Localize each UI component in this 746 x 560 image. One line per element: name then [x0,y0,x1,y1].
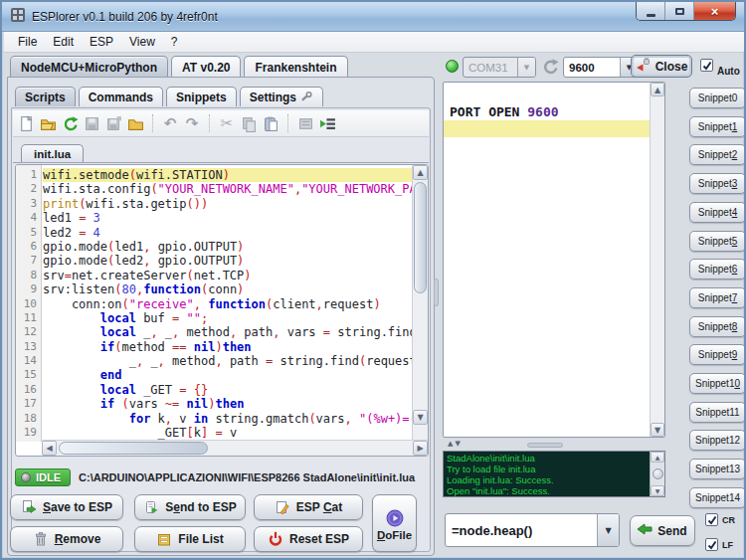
open-file-button[interactable] [37,112,59,134]
scroll-up-button[interactable]: ▲ [651,83,664,96]
menu-esp[interactable]: ESP [82,33,121,51]
serial-terminal[interactable]: PORT OPEN 9600 ▲ ▼ [443,82,665,438]
dofile-icon [386,509,404,527]
scroll-down-button[interactable]: ▼ [413,410,428,425]
tab-snippets[interactable]: Snippets [166,87,237,106]
panel-splitter[interactable] [434,279,439,306]
esp-cat-button[interactable]: ESP Cat [254,494,363,520]
command-input[interactable] [446,523,597,538]
open-folder-button[interactable] [124,112,146,134]
code-line: gpio.mode(led1, gpio.OUTPUT) [43,240,414,254]
menu-file[interactable]: File [10,33,45,51]
scroll-right-button[interactable]: ▶ [413,441,428,456]
tab-at-v0-20[interactable]: AT v0.20 [171,56,241,78]
code-line: wifi.sta.config("YOUR_NETWORK_NAME","YOU… [43,182,414,196]
scroll-thumb[interactable] [653,468,663,479]
menu-edit[interactable]: Edit [45,33,82,51]
tab-scripts[interactable]: Scripts [15,87,76,106]
close-window-button[interactable]: × [694,2,735,21]
reload-icon [62,115,79,132]
chevron-down-icon[interactable]: ▼ [597,514,619,546]
toolbar-separator [152,114,153,132]
editor-horizontal-scrollbar[interactable]: ◀ ▶ [42,440,428,456]
menu-bar: FileEditESPView? [4,32,746,53]
disconnect-plug-icon [636,57,652,76]
title-bar[interactable]: ESPlorer v0.1 build 206 by 4refr0nt [2,2,746,32]
tab-frankenshtein[interactable]: Frankenshtein [244,56,347,78]
log-splitter-arrows[interactable]: ▲▼ [448,440,463,448]
activity-log[interactable]: StadAlone\init\init.luaTry to load file … [443,451,665,497]
snippet-button-4[interactable]: Snippet4 [689,202,746,223]
snippet-button-8[interactable]: Snippet8 [689,316,746,337]
scroll-down-button[interactable]: ▼ [651,423,664,437]
snippet-button-13[interactable]: Snippet13 [689,459,746,479]
snippet-button-5[interactable]: Snippet5 [689,231,746,252]
paste-button[interactable] [260,112,281,134]
editor-tab-init-lua[interactable]: init.lua [21,144,84,162]
cr-checkbox[interactable] [705,513,718,526]
remove-button[interactable]: Remove [10,526,123,552]
com-port-select[interactable]: COM31 ▼ [463,57,536,78]
code-area[interactable]: wifi.setmode(wifi.STATION)wifi.sta.confi… [43,165,414,442]
line-number: 4 [16,211,41,225]
menu-view[interactable]: View [121,33,163,51]
close-port-button[interactable]: Close [631,55,692,78]
menu-help[interactable]: ? [163,33,186,51]
button-label: Reset ESP [289,532,349,546]
reset-esp-button[interactable]: Reset ESP [254,526,363,552]
reload-button[interactable] [59,112,81,134]
close-port-label: Close [655,60,688,74]
log-splitter-grip[interactable] [527,443,563,448]
autoscroll-checkbox[interactable] [700,59,713,72]
snippet-button-7[interactable]: Snippet7 [689,287,746,308]
minimize-icon [647,14,655,17]
line-number: 17 [16,397,41,411]
scroll-up-button[interactable]: ▲ [413,165,428,180]
editor-tab-strip: init.lua [13,139,429,163]
tab-nodemcu-micropython[interactable]: NodeMCU+MicroPython [10,56,168,78]
insert-snippet-button[interactable] [316,112,338,134]
snippet-button-10[interactable]: Snippet10 [689,373,746,394]
scroll-left-button[interactable]: ◀ [42,441,57,456]
current-file-path: C:\ARDUINO\APPLICAZIONI\WIFI\ESP8266 Sta… [79,471,415,483]
snippet-button-6[interactable]: Snippet6 [689,259,746,280]
send-to-esp-button[interactable]: Send to ESP [134,494,246,520]
snippet-button-11[interactable]: Snippet11 [689,402,746,423]
snippet-button-9[interactable]: Snippet9 [689,344,746,365]
scroll-thumb[interactable] [59,442,208,455]
lf-checkbox[interactable] [705,538,718,551]
code-editor[interactable]: 12345678910111213141516171819 wifi.setmo… [15,164,429,457]
scroll-thumb[interactable] [414,182,427,293]
send-button[interactable]: Send [630,515,695,546]
baud-rate-value: 9600 [564,62,620,74]
snippet-button-14[interactable]: Snippet14 [689,487,746,508]
app-icon [10,7,26,27]
tab-commands[interactable]: Commands [79,87,163,106]
esplorer-window: ESPlorer v0.1 build 206 by 4refr0nt × Fi… [0,0,746,560]
new-file-button[interactable] [15,112,37,134]
snippet-button-12[interactable]: Snippet12 [689,430,746,451]
editor-vertical-scrollbar[interactable]: ▲ ▼ [412,165,428,442]
dofile-button[interactable]: DoFile [372,494,417,552]
line-number: 13 [16,340,41,354]
redo-button: ↷ [181,112,203,134]
refresh-ports-button[interactable] [539,56,561,78]
terminal-scrollbar[interactable]: ▲ ▼ [650,83,664,437]
minimize-button[interactable] [637,2,665,21]
line-number: 16 [16,383,41,397]
scroll-up-button[interactable]: ▲ [651,452,664,463]
save-to-esp-button[interactable]: Save to ESP [10,494,123,520]
file-list-button[interactable]: File List [134,526,246,552]
snippet-button-0[interactable]: Snippet0 [689,88,746,108]
scroll-down-button[interactable]: ▼ [651,485,664,496]
tab-settings[interactable]: Settings [240,87,323,106]
snippet-button-2[interactable]: Snippet2 [689,144,746,165]
log-scrollbar[interactable]: ▲ ▼ [650,452,664,496]
snippet-button-3[interactable]: Snippet3 [689,173,746,194]
log-line: Try to load file init.lua [447,464,650,474]
window-controls: × [636,2,736,21]
maximize-button[interactable] [665,2,694,21]
terminal-line: PORT OPEN 9600 [450,103,650,120]
snippet-button-1[interactable]: Snippet1 [689,116,746,137]
baud-rate-select[interactable]: 9600 ▼ [563,57,639,78]
